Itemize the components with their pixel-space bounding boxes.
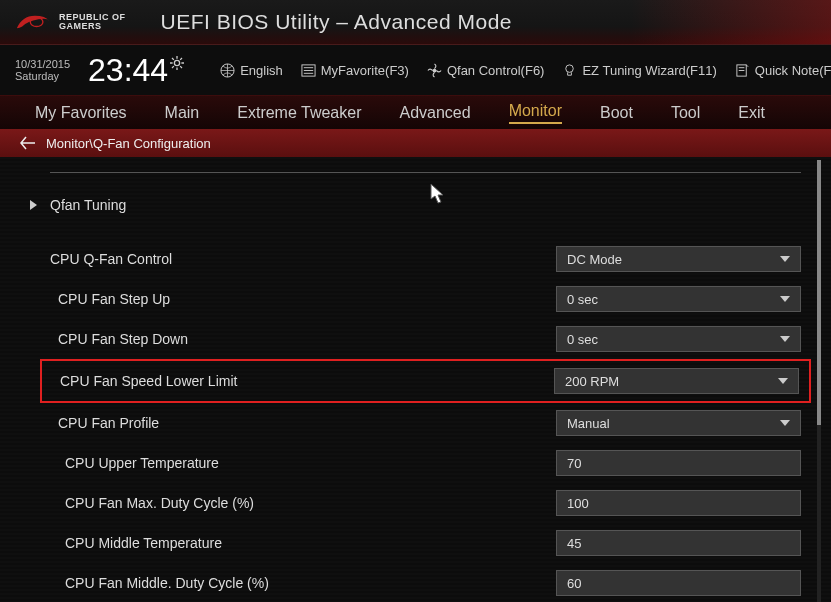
cpu-fan-step-up-dropdown[interactable]: 0 sec <box>556 286 801 312</box>
cpu-qfan-control-label: CPU Q-Fan Control <box>50 251 556 267</box>
row-cpu-fan-max-duty: CPU Fan Max. Duty Cycle (%) 100 <box>50 483 801 523</box>
cpu-middle-temp-label: CPU Middle Temperature <box>50 535 556 551</box>
note-icon <box>735 63 750 78</box>
cpu-fan-middle-duty-label: CPU Fan Middle. Duty Cycle (%) <box>50 575 556 591</box>
myfavorite-label: MyFavorite(F3) <box>321 63 409 78</box>
cpu-qfan-control-dropdown[interactable]: DC Mode <box>556 246 801 272</box>
cpu-fan-speed-lower-limit-label: CPU Fan Speed Lower Limit <box>52 373 554 389</box>
tab-extremetweaker[interactable]: Extreme Tweaker <box>237 104 361 122</box>
toolbar: 10/31/2015 Saturday 23:44 English MyFavo… <box>0 45 831 95</box>
back-arrow-icon[interactable] <box>20 136 36 150</box>
row-cpu-fan-step-up: CPU Fan Step Up 0 sec <box>50 279 801 319</box>
row-qfan-tuning[interactable]: Qfan Tuning <box>50 185 801 225</box>
gear-icon[interactable] <box>170 56 184 70</box>
rog-eye-icon <box>15 12 51 32</box>
row-cpu-middle-temp: CPU Middle Temperature 45 <box>50 523 801 563</box>
day-text: Saturday <box>15 70 70 82</box>
content-area: Qfan Tuning CPU Q-Fan Control DC Mode CP… <box>0 157 831 602</box>
eztuning-button[interactable]: EZ Tuning Wizard(F11) <box>562 63 716 78</box>
tab-main[interactable]: Main <box>165 104 200 122</box>
time-text: 23:44 <box>88 52 168 89</box>
qfan-button[interactable]: Qfan Control(F6) <box>427 63 545 78</box>
date-text: 10/31/2015 <box>15 58 70 70</box>
list-icon <box>301 63 316 78</box>
tab-boot[interactable]: Boot <box>600 104 633 122</box>
tab-advanced[interactable]: Advanced <box>399 104 470 122</box>
fan-icon <box>427 63 442 78</box>
quicknote-button[interactable]: Quick Note(F9) <box>735 63 831 78</box>
cpu-fan-profile-label: CPU Fan Profile <box>50 415 556 431</box>
tab-myfavorites[interactable]: My Favorites <box>35 104 127 122</box>
svg-point-1 <box>175 60 180 65</box>
cpu-upper-temp-input[interactable]: 70 <box>556 450 801 476</box>
page-title: UEFI BIOS Utility – Advanced Mode <box>161 10 512 34</box>
cpu-upper-temp-label: CPU Upper Temperature <box>50 455 556 471</box>
scrollbar-track <box>817 160 821 602</box>
svg-point-4 <box>433 68 437 72</box>
tab-exit[interactable]: Exit <box>738 104 765 122</box>
breadcrumb-bar: Monitor\Q-Fan Configuration <box>0 129 831 157</box>
tab-tool[interactable]: Tool <box>671 104 700 122</box>
language-label: English <box>240 63 283 78</box>
cpu-fan-middle-duty-input[interactable]: 60 <box>556 570 801 596</box>
cpu-fan-step-down-dropdown[interactable]: 0 sec <box>556 326 801 352</box>
row-cpu-fan-middle-duty: CPU Fan Middle. Duty Cycle (%) 60 <box>50 563 801 602</box>
svg-point-5 <box>566 64 574 72</box>
expand-triangle-icon <box>30 200 37 210</box>
row-cpu-fan-step-down: CPU Fan Step Down 0 sec <box>50 319 801 359</box>
scrollbar[interactable] <box>817 160 821 602</box>
eztuning-label: EZ Tuning Wizard(F11) <box>582 63 716 78</box>
scrollbar-thumb[interactable] <box>817 160 821 425</box>
brand-line2: GAMERS <box>59 22 126 31</box>
language-selector[interactable]: English <box>220 63 283 78</box>
myfavorite-button[interactable]: MyFavorite(F3) <box>301 63 409 78</box>
cpu-fan-max-duty-label: CPU Fan Max. Duty Cycle (%) <box>50 495 556 511</box>
row-cpu-fan-speed-lower-limit: CPU Fan Speed Lower Limit 200 RPM <box>40 359 811 403</box>
bulb-icon <box>562 63 577 78</box>
tab-bar: My Favorites Main Extreme Tweaker Advanc… <box>0 95 831 129</box>
qfan-tuning-label: Qfan Tuning <box>50 197 801 213</box>
rog-logo: REPUBLIC OF GAMERS <box>15 12 126 32</box>
row-cpu-upper-temp: CPU Upper Temperature 70 <box>50 443 801 483</box>
tab-monitor[interactable]: Monitor <box>509 102 562 124</box>
cpu-fan-step-down-label: CPU Fan Step Down <box>50 331 556 347</box>
cpu-middle-temp-input[interactable]: 45 <box>556 530 801 556</box>
breadcrumb-text: Monitor\Q-Fan Configuration <box>46 136 211 151</box>
globe-icon <box>220 63 235 78</box>
qfan-label: Qfan Control(F6) <box>447 63 545 78</box>
row-cpu-qfan-control: CPU Q-Fan Control DC Mode <box>50 239 801 279</box>
divider <box>50 172 801 173</box>
time-display: 23:44 <box>88 52 184 89</box>
cpu-fan-max-duty-input[interactable]: 100 <box>556 490 801 516</box>
cpu-fan-profile-dropdown[interactable]: Manual <box>556 410 801 436</box>
quicknote-label: Quick Note(F9) <box>755 63 831 78</box>
cpu-fan-speed-lower-limit-dropdown[interactable]: 200 RPM <box>554 368 799 394</box>
row-cpu-fan-profile: CPU Fan Profile Manual <box>50 403 801 443</box>
datetime-block: 10/31/2015 Saturday <box>15 58 70 82</box>
header-bar: REPUBLIC OF GAMERS UEFI BIOS Utility – A… <box>0 0 831 45</box>
cpu-fan-step-up-label: CPU Fan Step Up <box>50 291 556 307</box>
